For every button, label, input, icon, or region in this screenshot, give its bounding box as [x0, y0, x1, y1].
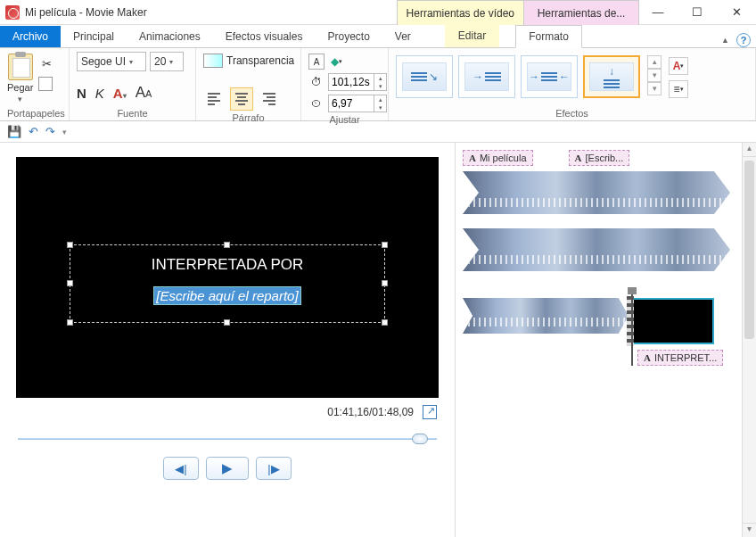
caption-label-interpret[interactable]: AINTERPRET... [637, 350, 723, 366]
tab-animaciones[interactable]: Animaciones [127, 26, 213, 47]
gallery-more-icon[interactable]: ▾ [647, 82, 662, 95]
tab-efectos-visuales[interactable]: Efectos visuales [213, 26, 316, 47]
tab-archivo[interactable]: Archivo [0, 26, 61, 47]
shrink-font-button[interactable]: A [145, 88, 152, 99]
help-icon[interactable]: ? [736, 33, 751, 47]
transparency-button[interactable]: Transparencia [226, 54, 294, 67]
resize-handle[interactable] [382, 242, 388, 248]
fullscreen-icon[interactable] [423, 405, 437, 419]
playhead[interactable] [631, 293, 633, 366]
spin-up-icon[interactable]: ▴ [374, 74, 386, 82]
copy-button[interactable] [38, 77, 54, 93]
next-frame-button[interactable]: |▶ [256, 457, 292, 480]
font-color-button[interactable]: A▾ [113, 86, 127, 101]
group-clipboard-label: Portapapeles [7, 106, 62, 119]
window-title: Mi película - Movie Maker [25, 6, 147, 19]
workspace: INTERPRETADA POR [Escribe aquí el repart… [0, 143, 756, 537]
start-time-icon: ⏱ [308, 74, 325, 90]
save-icon[interactable]: 💾 [7, 125, 21, 138]
text-edit-box[interactable]: INTERPRETADA POR [Escribe aquí el repart… [70, 244, 385, 323]
background-color-icon[interactable]: ◆▾ [328, 54, 344, 70]
spin-down-icon[interactable]: ▾ [374, 82, 386, 90]
tab-formato[interactable]: Formato [515, 25, 582, 48]
ribbon: Pegar ▾ ✂ Portapapeles Segoe UI▾ 20▾ N K… [0, 48, 756, 121]
effect-option-4-selected[interactable]: ↓ [583, 55, 640, 98]
timeline-clip-selected[interactable] [632, 298, 714, 344]
start-time-spinner[interactable]: ▴▾ [328, 73, 387, 91]
font-name-combo[interactable]: Segoe UI▾ [77, 52, 146, 71]
grow-font-button[interactable]: A [136, 84, 145, 102]
effect-option-3[interactable]: →← [521, 55, 578, 98]
tab-editar[interactable]: Editar [445, 24, 499, 47]
resize-handle[interactable] [382, 319, 388, 326]
context-tab-text-tools[interactable]: Herramientas de... [523, 0, 639, 25]
seek-bar[interactable] [18, 432, 437, 446]
paste-dropdown-icon[interactable]: ▾ [18, 95, 22, 103]
resize-handle[interactable] [382, 280, 388, 286]
resize-handle[interactable] [67, 242, 73, 248]
tab-ver[interactable]: Ver [382, 26, 423, 47]
seek-thumb[interactable] [412, 434, 428, 444]
undo-icon[interactable]: ↶ [29, 125, 38, 138]
outline-style-button[interactable]: ≡▾ [669, 80, 688, 98]
scroll-down-icon[interactable]: ▾ [743, 523, 756, 537]
title-bar: Mi película - Movie Maker Herramientas d… [0, 0, 756, 25]
preview-canvas[interactable]: INTERPRETADA POR [Escribe aquí el repart… [16, 157, 439, 398]
cut-button[interactable]: ✂ [38, 55, 54, 71]
resize-handle[interactable] [67, 319, 73, 326]
edit-text-icon[interactable]: A [308, 54, 325, 70]
caption-label-write[interactable]: A[Escrib... [569, 150, 630, 166]
paste-button[interactable]: Pegar [7, 82, 33, 93]
vertical-scrollbar[interactable]: ▴ ▾ [742, 143, 756, 537]
effect-option-1[interactable]: ↘ [396, 55, 453, 98]
align-right-button[interactable] [257, 87, 280, 111]
previous-frame-button[interactable]: ◀| [163, 457, 199, 480]
play-button[interactable]: ▶ [206, 457, 249, 480]
start-time-input[interactable] [329, 74, 374, 90]
group-effects-label: Efectos [396, 106, 748, 119]
duration-spinner[interactable]: ▴▾ [328, 95, 387, 112]
maximize-button[interactable]: ☐ [678, 0, 717, 25]
title-line[interactable]: INTERPRETADA POR [70, 256, 384, 274]
duration-icon: ⏲ [308, 95, 325, 112]
align-left-button[interactable] [203, 87, 226, 111]
redo-icon[interactable]: ↷ [45, 125, 55, 138]
scroll-up-icon[interactable]: ▴ [743, 143, 756, 157]
timeline-clip[interactable] [463, 228, 730, 271]
transparency-icon [203, 54, 223, 68]
time-display: 01:41,16/01:48,09 [327, 406, 414, 418]
group-adjust-label: Ajustar [308, 112, 381, 125]
resize-handle[interactable] [224, 242, 230, 248]
close-button[interactable]: ✕ [717, 0, 756, 25]
context-tab-video-tools[interactable]: Herramientas de vídeo [397, 0, 524, 25]
timeline-clip[interactable] [463, 171, 730, 214]
resize-handle[interactable] [224, 319, 230, 326]
outline-color-button[interactable]: A▾ [669, 57, 688, 75]
duration-input[interactable] [329, 95, 374, 112]
bold-button[interactable]: N [77, 86, 86, 101]
caption-label-movie[interactable]: AMi película [463, 150, 533, 166]
italic-button[interactable]: K [95, 86, 104, 101]
scroll-up-icon[interactable]: ▴ [647, 55, 662, 69]
tab-proyecto[interactable]: Proyecto [315, 26, 382, 47]
editable-placeholder[interactable]: [Escribe aquí el reparto] [153, 286, 300, 305]
minimize-button[interactable]: — [638, 0, 678, 25]
group-font-label: Fuente [77, 106, 188, 119]
preview-pane: INTERPRETADA POR [Escribe aquí el repart… [0, 143, 455, 537]
effect-option-2[interactable]: → [458, 55, 515, 98]
tab-principal[interactable]: Principal [61, 26, 127, 47]
scroll-thumb[interactable] [744, 161, 754, 339]
timeline-pane: AMi película A[Escrib... AINTERPRET... ▴… [455, 143, 756, 537]
qat-customize-icon[interactable]: ▾ [62, 128, 67, 136]
spin-down-icon[interactable]: ▾ [374, 103, 386, 112]
effects-scroll[interactable]: ▴▾▾ [647, 55, 662, 95]
ribbon-minimize-icon[interactable]: ▲ [721, 36, 729, 45]
align-center-button[interactable] [230, 87, 253, 111]
font-size-combo[interactable]: 20▾ [150, 52, 184, 71]
resize-handle[interactable] [67, 280, 73, 286]
timeline-clip[interactable] [463, 298, 629, 334]
scroll-down-icon[interactable]: ▾ [647, 69, 662, 82]
app-icon [5, 5, 20, 20]
spin-up-icon[interactable]: ▴ [374, 95, 386, 103]
clipboard-icon [8, 54, 33, 80]
